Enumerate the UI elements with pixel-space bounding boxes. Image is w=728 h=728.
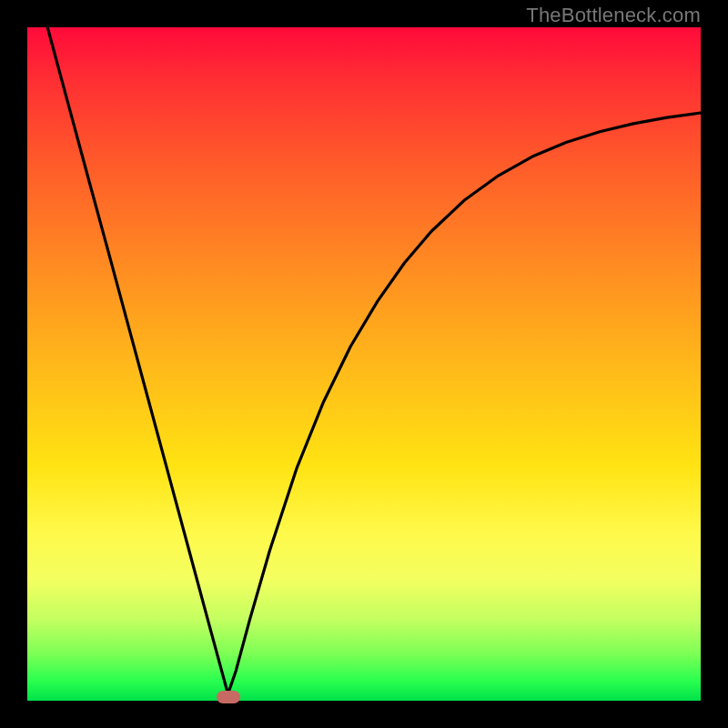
watermark-text: TheBottleneck.com [526,4,701,27]
bottleneck-curve [47,27,701,694]
plot-area [27,27,701,701]
curve-layer [27,27,701,701]
chart-frame: TheBottleneck.com [0,0,728,728]
min-marker [217,691,240,703]
